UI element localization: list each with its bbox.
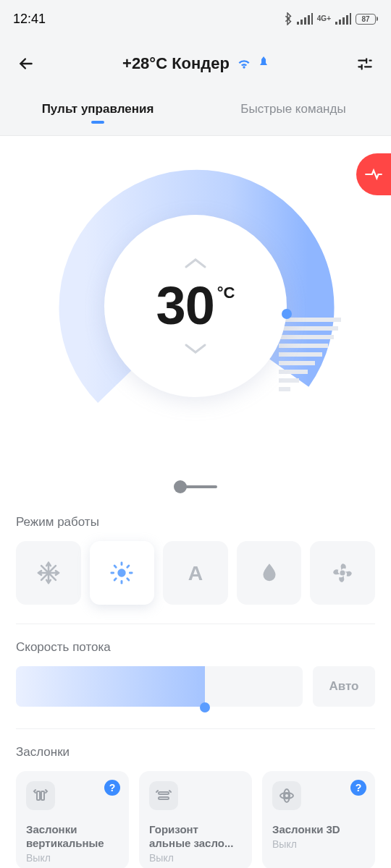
mode-section-title: Режим работы: [16, 515, 375, 529]
flap-horizontal[interactable]: Горизонт альные засло... Выкл: [139, 771, 252, 868]
flap-card-title: Заслонки вертикальные: [26, 823, 119, 851]
status-time: 12:41: [13, 12, 46, 27]
status-bar: 12:41 4G+ 87: [0, 0, 391, 38]
flap-card-status: Выкл: [149, 852, 242, 864]
flap-card-title: Горизонт альные засло...: [149, 823, 242, 851]
mode-cool[interactable]: [16, 541, 81, 605]
temperature-value: 30: [156, 279, 214, 333]
network-label: 4G+: [317, 15, 331, 22]
svg-rect-32: [159, 792, 169, 794]
tabs: Пульт управления Быстрые команды: [0, 90, 391, 136]
flaps-section-title: Заслонки: [16, 745, 375, 760]
signal-icon: [297, 13, 313, 25]
speed-handle[interactable]: [200, 702, 210, 712]
flap-vertical[interactable]: ? Заслонки вертикальные Выкл: [16, 771, 129, 868]
chevron-up-icon[interactable]: [183, 256, 208, 271]
battery-icon: 87: [356, 14, 378, 25]
flap-3d-icon: [272, 781, 301, 810]
bluetooth-icon: [282, 12, 293, 25]
signal-icon-2: [335, 13, 351, 25]
pin-icon: [258, 56, 269, 71]
settings-button[interactable]: [353, 52, 377, 75]
sun-icon: [109, 561, 134, 585]
svg-rect-6: [339, 20, 341, 25]
dial-stripes: [279, 314, 358, 408]
svg-rect-31: [41, 791, 44, 800]
svg-rect-3: [308, 15, 310, 25]
back-button[interactable]: [14, 52, 38, 75]
svg-rect-9: [350, 13, 351, 25]
svg-rect-7: [342, 17, 345, 25]
auto-icon: A: [183, 561, 208, 585]
svg-line-27: [127, 566, 129, 567]
svg-rect-1: [300, 20, 303, 25]
arrow-left-icon: [17, 54, 35, 73]
mode-auto[interactable]: A: [163, 541, 228, 605]
mode-dry[interactable]: [237, 541, 302, 605]
flap-horizontal-icon: [149, 781, 178, 810]
droplet-icon: [257, 561, 282, 585]
status-icons: 4G+ 87: [282, 12, 378, 25]
page-title: +28°C Кондер: [122, 54, 230, 73]
svg-rect-2: [304, 17, 306, 25]
svg-line-26: [114, 579, 116, 580]
tab-quick[interactable]: Быстрые команды: [196, 90, 391, 135]
speed-auto-button[interactable]: Авто: [313, 666, 375, 707]
temperature-dial[interactable]: 30 °C: [54, 165, 337, 447]
tab-label: Пульт управления: [42, 102, 154, 116]
svg-point-34: [285, 793, 289, 798]
mode-heat[interactable]: [90, 541, 155, 605]
speed-section-title: Скорость потока: [16, 640, 375, 655]
sliders-icon: [356, 54, 374, 73]
help-icon[interactable]: ?: [350, 780, 366, 796]
tab-label: Быстрые команды: [240, 102, 345, 116]
svg-point-19: [118, 569, 126, 576]
svg-text:A: A: [188, 561, 203, 584]
temperature-unit: °C: [217, 284, 235, 302]
svg-point-29: [340, 570, 345, 575]
speed-slider[interactable]: [16, 666, 303, 707]
flap-card-status: Выкл: [26, 852, 119, 864]
flap-card-status: Выкл: [272, 838, 365, 850]
tab-remote[interactable]: Пульт управления: [0, 90, 196, 135]
svg-rect-30: [37, 791, 40, 800]
wifi-icon: [237, 56, 251, 71]
svg-rect-33: [159, 797, 169, 799]
fan-icon: [330, 561, 355, 585]
app-bar: +28°C Кондер: [0, 38, 391, 90]
mode-fan[interactable]: [310, 541, 375, 605]
chevron-down-icon[interactable]: [183, 341, 208, 356]
dial-handle[interactable]: [282, 309, 292, 319]
flap-card-title: Заслонки 3D: [272, 823, 365, 837]
svg-rect-8: [346, 15, 348, 25]
flap-3d[interactable]: ? Заслонки 3D Выкл: [262, 771, 375, 868]
svg-line-25: [127, 579, 129, 580]
svg-rect-4: [311, 13, 313, 25]
svg-rect-5: [335, 22, 337, 25]
help-icon[interactable]: ?: [104, 780, 120, 796]
dial-display: 30 °C: [104, 215, 287, 397]
svg-line-24: [114, 566, 116, 567]
flap-vertical-icon: [26, 781, 55, 810]
svg-rect-0: [297, 22, 299, 25]
snowflake-icon: [36, 561, 61, 585]
page-indicator[interactable]: [0, 461, 391, 515]
